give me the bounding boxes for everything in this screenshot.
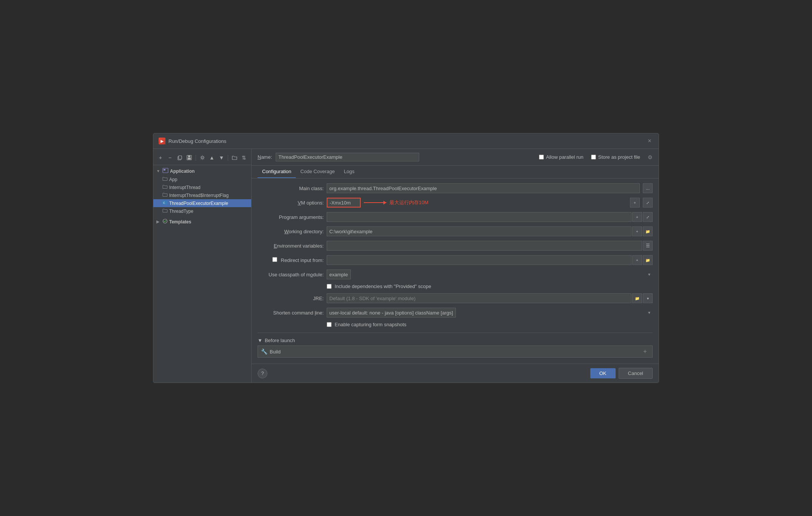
redirect-inputs: + 📁 bbox=[327, 255, 653, 265]
build-label: Build bbox=[270, 349, 281, 355]
app-section-icon bbox=[162, 168, 168, 174]
env-vars-inputs: ☰ bbox=[327, 241, 653, 251]
redirect-add-button[interactable]: + bbox=[632, 255, 642, 265]
tab-logs[interactable]: Logs bbox=[339, 166, 359, 178]
vm-arrow-icon bbox=[364, 202, 386, 203]
enable-form-checkbox[interactable] bbox=[327, 322, 332, 327]
ok-button[interactable]: OK bbox=[590, 368, 616, 378]
dialog-title: Run/Debug Configurations bbox=[168, 138, 226, 144]
folder-icon-threadtype bbox=[162, 208, 168, 214]
folder-icon-interrupt bbox=[162, 184, 168, 190]
name-input[interactable] bbox=[276, 153, 419, 161]
shorten-cmd-row: Shorten command line: user-local default… bbox=[258, 307, 653, 318]
title-bar: ▶ Run/Debug Configurations × bbox=[153, 133, 659, 149]
tree-item-interrupt-thread[interactable]: InterruptThread bbox=[153, 183, 251, 191]
vm-options-row: VM options: 最大运行内存10M + ⤢ bbox=[258, 197, 653, 208]
add-config-button[interactable]: + bbox=[156, 153, 164, 162]
settings-button[interactable] bbox=[198, 153, 206, 162]
program-args-input[interactable] bbox=[327, 212, 631, 222]
svg-text:C: C bbox=[163, 201, 165, 204]
classpath-label: Use classpath of module: bbox=[258, 272, 324, 277]
redirect-checkbox[interactable] bbox=[272, 257, 277, 262]
svg-rect-4 bbox=[188, 158, 191, 160]
shorten-cmd-select[interactable]: user-local default: none - java [options… bbox=[327, 308, 456, 318]
include-deps-checkbox[interactable] bbox=[327, 284, 332, 289]
program-args-row: Program arguments: + ⤢ bbox=[258, 212, 653, 222]
help-button[interactable]: ? bbox=[258, 369, 267, 378]
before-launch-label: Before launch bbox=[265, 338, 295, 343]
redirect-input-label: Redirect input from: bbox=[258, 257, 324, 263]
tree-item-threadtype[interactable]: ThreadType bbox=[153, 207, 251, 215]
save-config-button[interactable] bbox=[185, 153, 193, 162]
store-gear-icon[interactable]: ⚙ bbox=[648, 154, 653, 160]
move-down-button[interactable]: ▼ bbox=[218, 153, 225, 162]
allow-parallel-checkbox[interactable]: Allow parallel run bbox=[539, 154, 584, 160]
application-section[interactable]: ▼ Application bbox=[153, 167, 251, 175]
vm-options-input[interactable] bbox=[327, 198, 361, 208]
svg-rect-1 bbox=[179, 156, 182, 159]
jre-row: JRE: 📁 ▾ bbox=[258, 293, 653, 304]
store-project-checkbox[interactable]: Store as project file bbox=[591, 154, 640, 160]
name-label: Name: bbox=[258, 154, 272, 160]
templates-section[interactable]: ▶ Templates bbox=[153, 217, 251, 226]
left-panel: + − ▲ ▼ ⇅ bbox=[153, 149, 252, 383]
allow-parallel-input[interactable] bbox=[539, 155, 544, 160]
threadpool-label: ThreadPoolExecutorExample bbox=[169, 201, 228, 206]
before-launch-header: ▼ Before launch bbox=[258, 336, 653, 346]
build-icon: 🔧 bbox=[261, 349, 267, 355]
env-vars-edit-button[interactable]: ☰ bbox=[643, 241, 653, 251]
vm-annotation-text: 最大运行内存10M bbox=[389, 199, 428, 206]
main-class-browse-button[interactable]: ... bbox=[643, 183, 653, 193]
redirect-input-field[interactable] bbox=[327, 255, 631, 265]
tree-item-threadpool[interactable]: C ThreadPoolExecutorExample bbox=[153, 199, 251, 207]
jre-dropdown-button[interactable]: ▾ bbox=[643, 293, 653, 303]
move-up-button[interactable]: ▲ bbox=[208, 153, 216, 162]
vm-options-label: VM options: bbox=[258, 200, 324, 206]
program-args-add-button[interactable]: + bbox=[632, 212, 642, 222]
working-dir-add-button[interactable]: + bbox=[632, 226, 642, 236]
templates-icon bbox=[162, 218, 168, 225]
env-vars-row: Environment variables: ☰ bbox=[258, 240, 653, 251]
collapse-before-launch-btn[interactable]: ▼ bbox=[258, 338, 262, 343]
jre-input[interactable] bbox=[327, 293, 631, 303]
run-debug-dialog: ▶ Run/Debug Configurations × + − ▲ bbox=[153, 133, 659, 383]
include-deps-row: Include dependencies with "Provided" sco… bbox=[258, 284, 653, 289]
main-class-input[interactable] bbox=[327, 183, 640, 193]
toolbar-separator-1 bbox=[196, 155, 196, 161]
app-label: App bbox=[169, 177, 177, 182]
working-dir-input[interactable] bbox=[327, 226, 631, 236]
working-dir-browse-button[interactable]: 📁 bbox=[643, 226, 653, 236]
jre-browse-button[interactable]: 📁 bbox=[632, 293, 642, 303]
folder-button[interactable] bbox=[230, 153, 238, 162]
tab-code-coverage[interactable]: Code Coverage bbox=[296, 166, 339, 178]
store-project-input[interactable] bbox=[591, 155, 596, 160]
add-before-launch-button[interactable]: + bbox=[641, 347, 649, 356]
program-args-expand-button[interactable]: ⤢ bbox=[643, 212, 653, 222]
configuration-form: Main class: ... VM options: 最大运行内存10M + bbox=[252, 178, 659, 364]
close-button[interactable]: × bbox=[646, 137, 653, 145]
redirect-browse-button[interactable]: 📁 bbox=[643, 255, 653, 265]
remove-config-button[interactable]: − bbox=[166, 153, 174, 162]
sort-button[interactable]: ⇅ bbox=[240, 153, 248, 162]
working-dir-inputs: + 📁 bbox=[327, 226, 653, 236]
env-vars-label: Environment variables: bbox=[258, 243, 324, 249]
cancel-button[interactable]: Cancel bbox=[619, 368, 653, 379]
interrupt-flag-label: InterruptThread$InterruptFlag bbox=[169, 193, 228, 198]
svg-rect-7 bbox=[164, 169, 165, 170]
toolbar-separator-2 bbox=[228, 155, 228, 161]
env-vars-input[interactable] bbox=[327, 241, 642, 251]
tree-item-app[interactable]: App bbox=[153, 175, 251, 183]
vm-annotation: 最大运行内存10M bbox=[364, 199, 428, 206]
copy-config-button[interactable] bbox=[176, 153, 184, 162]
tab-configuration[interactable]: Configuration bbox=[258, 166, 296, 178]
config-tabs: Configuration Code Coverage Logs bbox=[252, 166, 659, 178]
tree-item-interrupt-flag[interactable]: InterruptThread$InterruptFlag bbox=[153, 191, 251, 199]
include-deps-label: Include dependencies with "Provided" sco… bbox=[335, 284, 431, 289]
classpath-select[interactable]: example bbox=[327, 270, 351, 279]
vm-expand-button[interactable]: + bbox=[630, 198, 640, 208]
store-project-label: Store as project file bbox=[598, 154, 640, 160]
vm-external-button[interactable]: ⤢ bbox=[643, 198, 653, 208]
build-item: 🔧 Build + bbox=[258, 346, 653, 358]
name-bar: Name: Allow parallel run Store as projec… bbox=[252, 149, 659, 166]
folder-icon-app bbox=[162, 177, 168, 182]
